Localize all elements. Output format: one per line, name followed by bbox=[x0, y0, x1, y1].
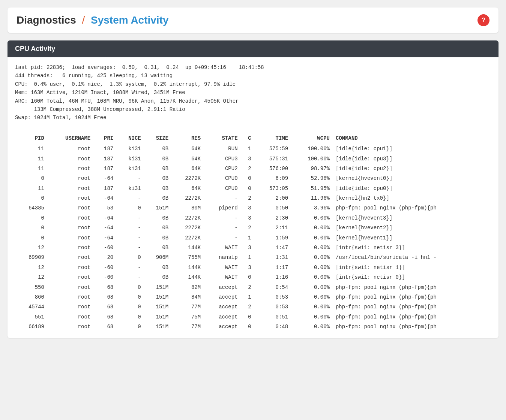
table-cell: - bbox=[116, 193, 144, 203]
table-row: 551root680151M75Maccept00:510.00%php-fpm… bbox=[15, 312, 491, 322]
table-cell: 53 bbox=[93, 203, 116, 213]
table-cell: 0 bbox=[116, 203, 144, 213]
table-cell: 0 bbox=[241, 272, 254, 282]
table-cell: - bbox=[116, 173, 144, 183]
table-cell: 2272K bbox=[171, 173, 204, 183]
stat-line: Swap: 1024M Total, 1024M Free bbox=[15, 114, 491, 122]
table-cell: [idle{idle: cpu0}] bbox=[333, 184, 491, 193]
table-cell: root bbox=[47, 253, 93, 262]
table-cell: 12 bbox=[15, 272, 47, 282]
table-cell: 0 bbox=[241, 173, 254, 183]
table-cell: root bbox=[47, 203, 93, 213]
table-cell: 77M bbox=[171, 322, 204, 332]
table-cell: 187 bbox=[93, 164, 116, 173]
table-cell: 0B bbox=[144, 173, 171, 183]
table-cell: 2272K bbox=[171, 233, 204, 243]
table-cell: root bbox=[47, 213, 93, 223]
table-cell: 575:59 bbox=[254, 144, 291, 154]
table-cell: WAIT bbox=[204, 243, 240, 253]
table-cell: root bbox=[47, 312, 93, 322]
table-row: 12root-60-0B144KWAIT31:470.00%[intr{swi1… bbox=[15, 243, 491, 253]
table-cell: 1:47 bbox=[254, 243, 291, 253]
table-cell: root bbox=[47, 302, 93, 312]
table-cell: -64 bbox=[93, 233, 116, 243]
table-cell: 2:00 bbox=[254, 193, 291, 203]
table-cell: - bbox=[116, 243, 144, 253]
table-cell: 0 bbox=[116, 322, 144, 332]
table-cell: - bbox=[204, 223, 240, 233]
table-cell: 0B bbox=[144, 144, 171, 154]
table-cell: ki31 bbox=[116, 144, 144, 154]
table-cell: 45744 bbox=[15, 302, 47, 312]
table-cell: 0 bbox=[241, 312, 254, 322]
table-cell: 1:59 bbox=[254, 233, 291, 243]
table-cell: root bbox=[47, 173, 93, 183]
table-cell: -64 bbox=[93, 223, 116, 233]
table-cell: 3 bbox=[241, 154, 254, 164]
table-cell: accept bbox=[204, 312, 240, 322]
table-cell: CPU2 bbox=[204, 164, 240, 173]
table-cell: 1 bbox=[241, 292, 254, 302]
table-col-header: NICE bbox=[116, 133, 144, 144]
table-cell: 0 bbox=[15, 193, 47, 203]
table-cell: 11 bbox=[15, 144, 47, 154]
table-cell: - bbox=[116, 272, 144, 282]
table-cell: 6:09 bbox=[254, 173, 291, 183]
table-row: 69909root200906M755Mnanslp11:310.00%/usr… bbox=[15, 253, 491, 262]
table-cell: 2272K bbox=[171, 213, 204, 223]
breadcrumb-base: Diagnostics bbox=[17, 14, 76, 26]
table-cell: 68 bbox=[93, 282, 116, 292]
table-row: 12root-60-0B144KWAIT31:170.00%[intr{swi1… bbox=[15, 263, 491, 272]
table-cell: 0:51 bbox=[254, 312, 291, 322]
stat-line: last pid: 22836; load averages: 0.50, 0.… bbox=[15, 63, 491, 72]
table-col-header: WCPU bbox=[291, 133, 333, 144]
table-cell: root bbox=[47, 322, 93, 332]
table-cell: 573:05 bbox=[254, 184, 291, 193]
table-cell: 0.00% bbox=[291, 312, 333, 322]
table-cell: 2272K bbox=[171, 193, 204, 203]
table-cell: 20 bbox=[93, 253, 116, 262]
table-cell: 0 bbox=[15, 223, 47, 233]
table-cell: - bbox=[116, 263, 144, 272]
table-cell: 2 bbox=[241, 223, 254, 233]
table-cell: 11 bbox=[15, 184, 47, 193]
table-cell: 3 bbox=[241, 243, 254, 253]
table-cell: root bbox=[47, 272, 93, 282]
table-cell: 0 bbox=[241, 322, 254, 332]
table-cell: -64 bbox=[93, 193, 116, 203]
table-cell: 0B bbox=[144, 154, 171, 164]
table-cell: 68 bbox=[93, 312, 116, 322]
table-cell: 1:31 bbox=[254, 253, 291, 262]
table-cell: 1 bbox=[241, 233, 254, 243]
process-table-wrapper: PIDUSERNAMEPRINICESIZERESSTATECTIMEWCPUC… bbox=[15, 133, 491, 332]
table-col-header: USERNAME bbox=[47, 133, 93, 144]
table-cell: 1:17 bbox=[254, 263, 291, 272]
table-cell: php-fpm: pool nginx (php-fpm){ph bbox=[333, 302, 491, 312]
table-cell: 0 bbox=[116, 292, 144, 302]
table-col-header: C bbox=[241, 133, 254, 144]
table-cell: 0.00% bbox=[291, 243, 333, 253]
table-cell: [intr{swi1: netisr 3}] bbox=[333, 243, 491, 253]
table-cell: 2:30 bbox=[254, 213, 291, 223]
table-cell: 144K bbox=[171, 263, 204, 272]
table-cell: 0 bbox=[116, 312, 144, 322]
table-cell: 0 bbox=[15, 173, 47, 183]
table-cell: 0B bbox=[144, 184, 171, 193]
table-cell: 0:53 bbox=[254, 302, 291, 312]
table-cell: ki31 bbox=[116, 184, 144, 193]
table-cell: root bbox=[47, 154, 93, 164]
table-cell: 2 bbox=[241, 164, 254, 173]
table-cell: CPU3 bbox=[204, 154, 240, 164]
table-col-header: STATE bbox=[204, 133, 240, 144]
table-cell: 0B bbox=[144, 233, 171, 243]
table-cell: 11 bbox=[15, 154, 47, 164]
table-cell: 0 bbox=[116, 282, 144, 292]
table-row: 0root-64-0B2272K-22:0011.96%[kernel{hn2 … bbox=[15, 193, 491, 203]
table-row: 0root-64-0B2272KCPU006:0952.98%[kernel{h… bbox=[15, 173, 491, 183]
table-col-header: RES bbox=[171, 133, 204, 144]
breadcrumb-current: System Activity bbox=[91, 14, 169, 26]
table-row: 0root-64-0B2272K-11:590.00%[kernel{hveve… bbox=[15, 233, 491, 243]
table-cell: 1 bbox=[241, 253, 254, 262]
table-cell: [kernel{hvevent1}] bbox=[333, 233, 491, 243]
help-button[interactable]: ? bbox=[477, 14, 489, 26]
